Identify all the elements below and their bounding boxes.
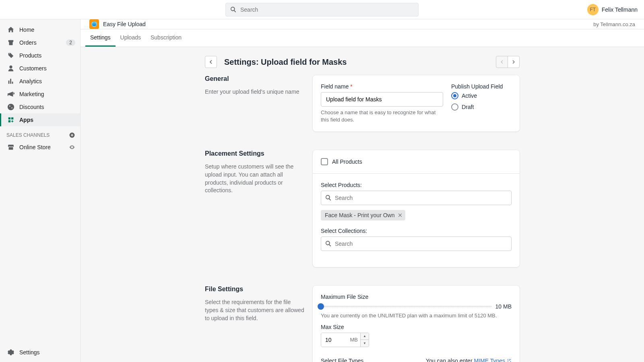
sidebar-item-settings[interactable]: Settings [0, 346, 80, 359]
search-icon [325, 194, 332, 202]
home-icon [7, 26, 14, 33]
radio-active[interactable]: Active [451, 92, 512, 99]
gear-icon [7, 349, 14, 356]
section-title-placement: Placement Settings [205, 150, 305, 157]
radio-draft[interactable]: Draft [451, 103, 512, 111]
sidebar-item-analytics[interactable]: Analytics [0, 75, 80, 88]
tag-label: Face Mask - Print your Own [325, 212, 395, 218]
sidebar-item-label: Discounts [19, 104, 75, 110]
external-link-icon [507, 358, 512, 362]
section-desc-placement: Setup where customers will see the uploa… [205, 163, 305, 194]
sidebar-item-label: Apps [19, 117, 75, 123]
stepper-down-button[interactable]: ▼ [361, 340, 369, 347]
apps-icon [7, 116, 14, 123]
select-products-label: Select Products: [321, 182, 512, 188]
orders-icon [7, 39, 14, 46]
app-icon [89, 19, 99, 29]
sidebar-item-apps[interactable]: Apps [0, 113, 80, 126]
slider-thumb[interactable] [318, 303, 324, 310]
tab-uploads[interactable]: Uploads [116, 29, 146, 47]
section-desc-file: Select the requirements for the file typ… [205, 298, 305, 322]
max-file-size-label: Maximum File Size [321, 294, 512, 300]
sidebar: Home Orders 2 Products Customers Analyti… [0, 19, 80, 362]
chevron-left-icon [499, 59, 505, 65]
sidebar-item-products[interactable]: Products [0, 49, 80, 62]
topbar: FT Felix Tellmann [0, 0, 644, 19]
user-name: Felix Tellmann [602, 6, 638, 13]
section-label: SALES CHANNELS [6, 132, 50, 138]
all-products-checkbox[interactable]: All Products [321, 158, 512, 165]
close-icon [397, 212, 403, 218]
radio-label: Draft [462, 104, 474, 110]
arrow-left-icon [208, 59, 214, 65]
sidebar-item-label: Customers [19, 65, 75, 72]
sidebar-item-label: Analytics [19, 78, 75, 84]
sidebar-item-label: Orders [19, 39, 61, 46]
discounts-icon [7, 103, 14, 111]
publish-label: Publish Upload Field [451, 83, 512, 90]
plan-note: You are currently on the UNLIMITED plan … [321, 312, 512, 319]
customers-icon [7, 65, 14, 72]
checkbox-label: All Products [332, 158, 362, 165]
tab-settings[interactable]: Settings [85, 29, 116, 47]
select-types-label: Select File Types [321, 358, 363, 362]
chevron-right-icon [511, 59, 516, 65]
field-name-label: Field name * [321, 83, 443, 90]
sidebar-item-marketing[interactable]: Marketing [0, 88, 80, 101]
section-desc-general: Enter your upload field's unique name [205, 88, 305, 96]
field-name-help: Choose a name that is easy to recognize … [321, 109, 443, 123]
app-attribution: by Tellmann.co.za [593, 21, 635, 27]
global-search[interactable] [225, 3, 419, 16]
field-name-input[interactable] [321, 92, 443, 107]
tab-subscription[interactable]: Subscription [146, 29, 186, 47]
next-button[interactable] [508, 56, 520, 68]
sidebar-item-label: Online Store [19, 144, 64, 150]
max-size-stepper[interactable]: MB ▲ ▼ [321, 333, 369, 347]
analytics-icon [7, 78, 14, 85]
orders-badge: 2 [66, 39, 75, 46]
sidebar-item-label: Products [19, 52, 75, 59]
sidebar-section-channels: SALES CHANNELS [0, 126, 80, 141]
product-tag: Face Mask - Print your Own [321, 210, 405, 220]
stepper-up-button[interactable]: ▲ [361, 333, 369, 340]
eye-icon[interactable] [69, 144, 75, 150]
page-title: Settings: Upload field for Masks [224, 58, 347, 67]
sidebar-item-customers[interactable]: Customers [0, 62, 80, 75]
user-menu[interactable]: FT Felix Tellmann [587, 4, 638, 15]
tabs: Settings Uploads Subscription [80, 29, 644, 47]
mime-hint: You can also enter MIME Types [426, 358, 512, 362]
plus-circle-icon[interactable] [69, 132, 75, 138]
collections-search-input[interactable] [321, 237, 512, 251]
select-collections-label: Select Collections: [321, 228, 512, 234]
search-input[interactable] [240, 6, 414, 13]
avatar: FT [587, 4, 599, 15]
tag-remove-button[interactable] [397, 212, 403, 218]
sidebar-item-discounts[interactable]: Discounts [0, 101, 80, 113]
sidebar-item-online-store[interactable]: Online Store [0, 141, 80, 154]
sidebar-item-home[interactable]: Home [0, 23, 80, 36]
products-search-input[interactable] [321, 191, 512, 205]
prev-button[interactable] [496, 56, 508, 68]
app-name: Easy File Upload [103, 21, 146, 27]
sidebar-item-label: Marketing [19, 91, 75, 97]
max-size-input[interactable] [321, 333, 350, 347]
app-header: Easy File Upload by Tellmann.co.za [80, 19, 644, 29]
sidebar-item-orders[interactable]: Orders 2 [0, 36, 80, 49]
search-icon [230, 6, 237, 13]
max-size-unit: MB [350, 333, 361, 347]
max-size-label: Max Size [321, 324, 512, 330]
search-icon [325, 240, 332, 247]
slider-value: 10 MB [495, 303, 512, 310]
file-size-slider[interactable] [321, 306, 491, 307]
products-icon [7, 52, 14, 59]
marketing-icon [7, 90, 14, 98]
section-title-general: General [205, 75, 305, 82]
back-button[interactable] [205, 56, 217, 68]
store-icon [7, 144, 14, 151]
sidebar-item-label: Settings [19, 349, 75, 356]
sidebar-item-label: Home [19, 27, 75, 33]
mime-types-link[interactable]: MIME Types [474, 358, 512, 362]
section-title-file: File Settings [205, 286, 305, 293]
radio-label: Active [462, 93, 477, 99]
